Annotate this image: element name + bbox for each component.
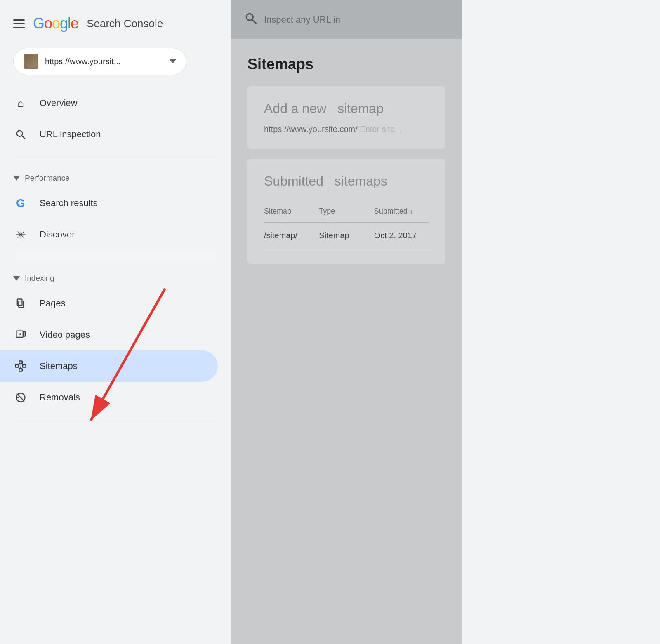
svg-line-21 [252,20,256,24]
sidebar-item-video-pages-label: Video pages [40,329,90,340]
logo-letter-o1: o [44,15,52,32]
indexing-section-header: Indexing [0,264,231,288]
sidebar-item-sitemaps-label: Sitemaps [40,361,78,371]
sitemaps-table-header: Sitemap Type Submitted ↓ [264,200,429,223]
search-bar-placeholder: Inspect any URL in [264,14,340,25]
page-title: Sitemaps [248,56,446,73]
sidebar-item-url-inspection-label: URL inspection [40,129,101,140]
table-row: /sitemap/ Sitemap Oct 2, 2017 [264,223,429,249]
svg-line-1 [22,136,26,139]
performance-section-header: Performance [0,164,231,188]
pages-icon [13,296,28,311]
indexing-collapse-icon [13,276,20,281]
svg-rect-2 [17,299,22,306]
add-sitemap-placeholder: Enter site... [360,125,401,134]
svg-rect-7 [16,364,19,367]
svg-marker-5 [20,333,22,335]
logo-letter-g1: G [33,15,44,32]
indexing-section-label: Indexing [25,274,54,283]
col-header-submitted-label: Submitted [374,207,408,216]
divider-2 [13,257,218,257]
divider-3 [13,420,218,420]
add-sitemap-title-light: sitemap [337,101,384,116]
video-pages-icon [13,327,28,342]
add-sitemap-url-prefix: https://www.yoursite.com/ [264,125,358,134]
chevron-down-icon [170,59,176,63]
submitted-sitemaps-title: Submitted sitemaps [264,174,429,189]
sidebar-item-overview[interactable]: ⌂ Overview [0,87,218,119]
svg-rect-8 [19,361,22,364]
performance-section-label: Performance [25,174,70,183]
logo-letter-l: l [68,15,71,32]
sitemaps-content: Sitemaps Add a new sitemap https://www.y… [231,39,462,290]
sidebar-item-removals-label: Removals [40,392,80,403]
site-url-label: https://www.yoursit... [45,57,163,66]
site-favicon-icon [24,54,38,69]
svg-point-0 [17,131,23,136]
app-name-label: Search Console [87,17,163,30]
svg-rect-6 [24,332,26,336]
search-bar-icon [244,12,257,28]
google-logo: G o o g l e [33,15,78,32]
url-search-bar[interactable]: Inspect any URL in [231,0,462,39]
home-icon: ⌂ [13,96,28,110]
add-sitemap-input-field[interactable]: https://www.yoursite.com/ Enter site... [264,125,429,134]
sidebar-item-pages[interactable]: Pages [0,288,218,319]
divider-1 [13,157,218,157]
section-collapse-icon [13,176,20,181]
svg-rect-3 [19,301,24,307]
submitted-title-bold: Submitted [264,174,323,188]
sidebar-item-url-inspection[interactable]: URL inspection [0,119,218,150]
submitted-sitemaps-card: Submitted sitemaps Sitemap Type Submitte… [248,159,446,264]
col-header-sitemap: Sitemap [264,207,319,216]
sidebar-item-discover-label: Discover [40,229,75,240]
sort-down-icon: ↓ [410,208,413,215]
site-selector-dropdown[interactable]: https://www.yoursit... [13,48,186,75]
sidebar-item-search-results-label: Search results [40,198,98,209]
add-sitemap-card: Add a new sitemap https://www.yoursite.c… [248,86,446,149]
sidebar-item-discover[interactable]: ✳ Discover [0,219,218,250]
logo-letter-g2: g [60,15,68,32]
col-header-submitted[interactable]: Submitted ↓ [374,207,429,216]
add-sitemap-title: Add a new sitemap [264,101,429,116]
sidebar-item-sitemaps[interactable]: Sitemaps [0,350,218,382]
sidebar-item-label: Overview [40,98,78,108]
sitemaps-icon [13,359,28,374]
google-g-icon: G [13,196,28,211]
search-icon [13,127,28,142]
removals-icon [13,390,28,405]
svg-rect-9 [19,369,22,371]
logo-letter-e: e [71,15,78,32]
sitemap-path: /sitemap/ [264,231,319,240]
svg-point-20 [246,14,253,20]
sidebar-item-video-pages[interactable]: Video pages [0,319,218,350]
add-sitemap-title-bold: Add a new [264,101,326,116]
logo-letter-o2: o [52,15,60,32]
sitemap-submitted-date: Oct 2, 2017 [374,231,429,240]
sidebar-item-removals[interactable]: Removals [0,382,218,413]
col-header-type: Type [319,207,374,216]
sidebar-item-search-results[interactable]: G Search results [0,188,218,219]
svg-rect-10 [23,364,26,367]
asterisk-icon: ✳ [13,227,28,242]
sidebar-item-pages-label: Pages [40,298,65,309]
hamburger-menu-button[interactable] [13,19,25,28]
nav-section-main: ⌂ Overview URL inspection [0,87,231,150]
app-header: G o o g l e Search Console [0,0,231,44]
main-content-area: Inspect any URL in Sitemaps Add a new si… [231,0,462,644]
sitemap-type: Sitemap [319,231,374,240]
submitted-title-light: sitemaps [335,174,387,188]
